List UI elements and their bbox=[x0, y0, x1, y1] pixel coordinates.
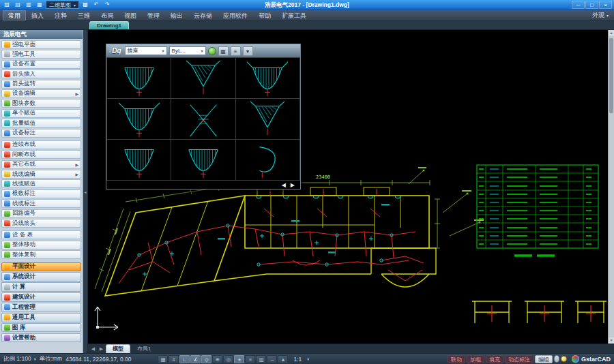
vertical-scrollbar[interactable]: ▲ ▼ bbox=[608, 30, 614, 344]
tab-insert[interactable]: 插入 bbox=[26, 10, 49, 20]
sidebar-item-inline-arrow[interactable]: 沿线箭头 bbox=[1, 219, 81, 228]
snap-icon[interactable]: ▦ bbox=[158, 355, 168, 363]
sidebar-item-continuous-wiring[interactable]: 连续布线 bbox=[1, 140, 81, 149]
palette-symbol-cell[interactable] bbox=[236, 99, 300, 140]
more-options-button[interactable]: ▾ bbox=[243, 46, 253, 56]
tab-home[interactable]: 常用 bbox=[3, 10, 26, 20]
sidebar-section-settings-help[interactable]: 设置帮助 bbox=[1, 333, 81, 343]
sidebar-item-cable-label[interactable]: 线缆标注 bbox=[1, 199, 81, 208]
ortho-icon[interactable]: ∟ bbox=[179, 355, 190, 363]
toggle-dynamic-annotation[interactable]: 动态标注 bbox=[505, 355, 533, 363]
sidebar-item-power-tools[interactable]: 强电工具 bbox=[1, 50, 81, 59]
category-dropdown[interactable]: 插座 ▾ bbox=[125, 46, 167, 55]
grid-view-button[interactable]: ▦ bbox=[218, 46, 229, 56]
sidebar-section-general-tools[interactable]: 通用工具 bbox=[1, 313, 81, 322]
tips-icon[interactable] bbox=[561, 356, 567, 362]
sidebar-item-broken-wiring[interactable]: 间断布线 bbox=[1, 150, 81, 159]
palette-symbol-cell[interactable] bbox=[107, 140, 171, 181]
sidebar-item-move-all[interactable]: 整体移动 bbox=[1, 241, 81, 249]
grid-icon[interactable]: # bbox=[169, 355, 179, 363]
ducs-icon[interactable]: ◎ bbox=[223, 355, 233, 363]
sidebar-item-device-table[interactable]: 设 备 表 bbox=[1, 230, 81, 239]
annotation-scale-icon[interactable]: ▲ bbox=[278, 355, 288, 363]
tab-cloud[interactable]: 云存储 bbox=[188, 10, 218, 20]
pager-next-icon[interactable]: ▶ bbox=[291, 182, 295, 188]
palette-symbol-cell[interactable] bbox=[171, 58, 235, 99]
scrollbar-thumb[interactable] bbox=[609, 38, 613, 113]
sidebar-item-other-wiring[interactable]: 其它布线▶ bbox=[1, 160, 81, 169]
layer-dropdown[interactable]: ByL... ▾ bbox=[169, 46, 206, 55]
toggle-bold[interactable]: 加粗 bbox=[467, 355, 484, 363]
render-preview-button[interactable]: ● bbox=[208, 47, 216, 55]
toggle-group[interactable]: 编组 bbox=[535, 355, 553, 363]
scroll-down-icon[interactable]: ▼ bbox=[609, 337, 614, 344]
sidebar-item-power-plane[interactable]: 强电平面 bbox=[1, 40, 81, 49]
sidebar-item-device-edit[interactable]: 设备编辑▶ bbox=[1, 89, 81, 98]
sidebar-section-system-design[interactable]: 系统设计 bbox=[1, 272, 81, 282]
sidebar-item-single-assign[interactable]: 单个赋值 bbox=[1, 109, 81, 118]
tab-scroll-right-icon[interactable]: ▶ bbox=[98, 344, 105, 353]
tab-output[interactable]: 输出 bbox=[165, 10, 188, 20]
pager-prev-icon[interactable]: ◀ bbox=[282, 182, 286, 188]
new-file-icon[interactable]: ▤ bbox=[13, 1, 23, 9]
palette-symbol-cell[interactable] bbox=[236, 58, 300, 99]
plot-icon[interactable]: ▩ bbox=[81, 1, 90, 9]
transparency-icon[interactable]: ▥ bbox=[256, 355, 266, 363]
tab-apps[interactable]: 应用软件 bbox=[218, 10, 253, 20]
workspace-dropdown[interactable]: 二维草图 ▾ bbox=[46, 1, 79, 9]
block-palette-window[interactable]: ⁞ Dq 插座 ▾ ByL... ▾ ● ▦ ≡ ▾ bbox=[106, 44, 301, 189]
tab-help[interactable]: 帮助 bbox=[253, 10, 276, 20]
model-tab[interactable]: 模型 bbox=[106, 344, 130, 353]
otrack-icon[interactable]: ⊕ bbox=[212, 355, 222, 363]
tab-express-tools[interactable]: 扩展工具 bbox=[276, 10, 312, 20]
toggle-fill[interactable]: 填充 bbox=[486, 355, 503, 363]
osnap-icon[interactable]: ◇ bbox=[201, 355, 211, 363]
sidebar-item-circuit-number[interactable]: 回路编号 bbox=[1, 209, 81, 218]
palette-symbol-cell[interactable] bbox=[171, 99, 235, 140]
sidebar-section-plane-design[interactable]: 平面设计 bbox=[1, 262, 81, 272]
sidebar-item-arrow-insert[interactable]: 箭头插入 bbox=[1, 70, 81, 78]
sidebar-section-project-management[interactable]: 工程管理 bbox=[1, 303, 81, 312]
sidebar-collapse-handle[interactable]: ◂ bbox=[83, 30, 88, 353]
sidebar-item-cable-assign[interactable]: 线缆赋值 bbox=[1, 179, 81, 188]
sidebar-item-block-params[interactable]: 图块参数 bbox=[1, 99, 81, 108]
sidebar-section-architecture[interactable]: 建筑设计 bbox=[1, 292, 81, 302]
tab-scroll-left-icon[interactable]: ◀ bbox=[89, 344, 97, 353]
sidebar-section-calculation[interactable]: 计 算 bbox=[1, 282, 81, 292]
sidebar-item-arrow-rotate[interactable]: 箭头旋转 bbox=[1, 80, 81, 89]
annotation-scale-value[interactable]: 1:1 bbox=[293, 356, 302, 363]
selection-cycling-icon[interactable]: ↔ bbox=[267, 355, 277, 363]
close-button[interactable]: × bbox=[599, 1, 612, 9]
palette-symbol-cell[interactable] bbox=[171, 140, 235, 181]
sidebar-item-cable-edit[interactable]: 线缆编辑▶ bbox=[1, 170, 81, 179]
minimize-button[interactable]: ─ bbox=[572, 1, 585, 9]
dynamic-input-icon[interactable]: ± bbox=[234, 355, 244, 363]
sidebar-section-symbol-library[interactable]: 图 库 bbox=[1, 323, 81, 333]
tab-manage[interactable]: 管理 bbox=[142, 10, 165, 20]
layout1-tab[interactable]: 布局1 bbox=[131, 344, 157, 353]
app-icon[interactable]: ▨ bbox=[2, 1, 12, 9]
tab-3d[interactable]: 三维 bbox=[72, 10, 96, 20]
mouse-settings-icon[interactable] bbox=[554, 355, 559, 363]
sidebar-item-count-label[interactable]: 根数标注 bbox=[1, 189, 81, 198]
maximize-button[interactable]: □ bbox=[585, 1, 598, 9]
palette-titlebar[interactable]: ⁞ Dq 插座 ▾ ByL... ▾ ● ▦ ≡ ▾ bbox=[106, 44, 300, 57]
sidebar-item-batch-assign[interactable]: 批量赋值 bbox=[1, 119, 81, 127]
open-file-icon[interactable]: ▥ bbox=[24, 1, 33, 9]
palette-symbol-cell[interactable] bbox=[236, 140, 300, 181]
appearance-dropdown[interactable]: 外观 ▾ bbox=[592, 10, 611, 20]
tab-annotate[interactable]: 注释 bbox=[49, 10, 72, 20]
polar-icon[interactable]: ∠ bbox=[190, 355, 201, 363]
lineweight-icon[interactable]: ≡ bbox=[245, 355, 255, 363]
palette-symbol-cell[interactable] bbox=[107, 99, 171, 140]
scroll-up-icon[interactable]: ▲ bbox=[609, 30, 614, 36]
tab-view[interactable]: 视图 bbox=[119, 10, 142, 20]
scale-indicator[interactable]: 比例 1:100 ▾ bbox=[3, 355, 36, 363]
sidebar-item-copy-all[interactable]: 整体复制 bbox=[1, 250, 81, 259]
undo-icon[interactable]: ↶ bbox=[91, 1, 101, 9]
toggle-linkage[interactable]: 联动 bbox=[448, 355, 465, 363]
palette-symbol-cell[interactable] bbox=[107, 58, 171, 99]
save-file-icon[interactable]: ▦ bbox=[35, 1, 44, 9]
tab-layout[interactable]: 布局 bbox=[96, 10, 119, 20]
sidebar-item-device-layout[interactable]: 设备布置 bbox=[1, 60, 81, 69]
